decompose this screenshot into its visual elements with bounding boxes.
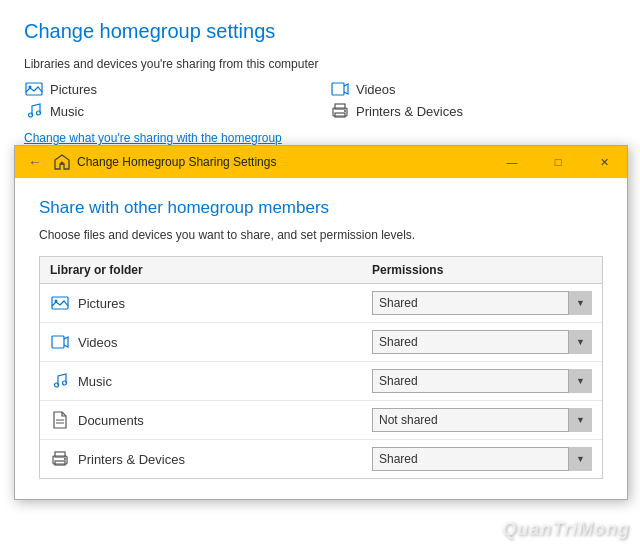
row-music-icon xyxy=(50,372,70,390)
row-music-label: Music xyxy=(78,374,112,389)
svg-rect-2 xyxy=(332,83,344,95)
bg-items-grid: Pictures Videos Music xyxy=(24,81,616,119)
pictures-icon xyxy=(24,81,44,97)
share-title: Share with other homegroup members xyxy=(39,198,603,218)
music-select-wrapper: Shared Not shared ▼ xyxy=(372,369,592,393)
bg-item-printers: Printers & Devices xyxy=(330,103,616,119)
row-pictures-icon xyxy=(50,294,70,312)
bg-item-music: Music xyxy=(24,103,310,119)
bg-music-label: Music xyxy=(50,104,84,119)
bg-subtitle: Libraries and devices you're sharing fro… xyxy=(24,57,616,71)
table-header: Library or folder Permissions xyxy=(40,257,602,284)
svg-point-13 xyxy=(55,383,59,387)
bg-pictures-label: Pictures xyxy=(50,82,97,97)
table-row: Videos Shared Not shared ▼ xyxy=(40,323,602,362)
row-label-documents: Documents xyxy=(50,411,372,429)
row-label-videos: Videos xyxy=(50,333,372,351)
row-videos-label: Videos xyxy=(78,335,118,350)
col-library-header: Library or folder xyxy=(50,263,372,277)
row-documents-icon xyxy=(50,411,70,429)
minimize-button[interactable]: — xyxy=(489,146,535,178)
row-pictures-label: Pictures xyxy=(78,296,125,311)
bg-page-title: Change homegroup settings xyxy=(24,20,616,43)
table-row: Printers & Devices Shared Not shared ▼ xyxy=(40,440,602,478)
printers-select-wrapper: Shared Not shared ▼ xyxy=(372,447,592,471)
svg-point-14 xyxy=(63,381,67,385)
maximize-button[interactable]: □ xyxy=(535,146,581,178)
window-controls: — □ ✕ xyxy=(489,146,627,178)
printers-icon xyxy=(330,103,350,119)
svg-rect-12 xyxy=(52,336,64,348)
documents-select[interactable]: Shared Not shared xyxy=(372,408,592,432)
row-label-music: Music xyxy=(50,372,372,390)
music-select[interactable]: Shared Not shared xyxy=(372,369,592,393)
videos-select[interactable]: Shared Not shared xyxy=(372,330,592,354)
share-table: Library or folder Permissions Pictures xyxy=(39,256,603,479)
videos-icon xyxy=(330,81,350,97)
bg-printers-label: Printers & Devices xyxy=(356,104,463,119)
row-videos-icon xyxy=(50,333,70,351)
homegroup-icon xyxy=(53,153,71,171)
row-printers-label: Printers & Devices xyxy=(78,452,185,467)
back-button[interactable]: ← xyxy=(23,150,47,174)
row-documents-label: Documents xyxy=(78,413,144,428)
table-row: Music Shared Not shared ▼ xyxy=(40,362,602,401)
bg-videos-label: Videos xyxy=(356,82,396,97)
printers-select[interactable]: Shared Not shared xyxy=(372,447,592,471)
svg-point-9 xyxy=(61,162,64,165)
row-printers-icon xyxy=(50,450,70,468)
table-row: Documents Shared Not shared ▼ xyxy=(40,401,602,440)
svg-rect-7 xyxy=(335,113,345,117)
bg-link-change[interactable]: Change what you're sharing with the home… xyxy=(24,131,616,145)
row-label-printers: Printers & Devices xyxy=(50,450,372,468)
col-permissions-header: Permissions xyxy=(372,263,592,277)
row-label-pictures: Pictures xyxy=(50,294,372,312)
share-desc: Choose files and devices you want to sha… xyxy=(39,228,603,242)
pictures-select-wrapper: Shared Not shared Shared (Read/Write) ▼ xyxy=(372,291,592,315)
window-titlebar: ← Change Homegroup Sharing Settings — □ … xyxy=(15,146,627,178)
table-row: Pictures Shared Not shared Shared (Read/… xyxy=(40,284,602,323)
bg-item-pictures: Pictures xyxy=(24,81,310,97)
close-button[interactable]: ✕ xyxy=(581,146,627,178)
pictures-select[interactable]: Shared Not shared Shared (Read/Write) xyxy=(372,291,592,315)
overlay-window: ← Change Homegroup Sharing Settings — □ … xyxy=(14,145,628,500)
music-icon xyxy=(24,103,44,119)
svg-point-8 xyxy=(344,110,346,112)
videos-select-wrapper: Shared Not shared ▼ xyxy=(372,330,592,354)
documents-select-wrapper: Shared Not shared ▼ xyxy=(372,408,592,432)
window-body: Share with other homegroup members Choos… xyxy=(15,178,627,499)
svg-point-4 xyxy=(37,111,41,115)
bg-item-videos: Videos xyxy=(330,81,616,97)
svg-point-20 xyxy=(64,458,66,460)
